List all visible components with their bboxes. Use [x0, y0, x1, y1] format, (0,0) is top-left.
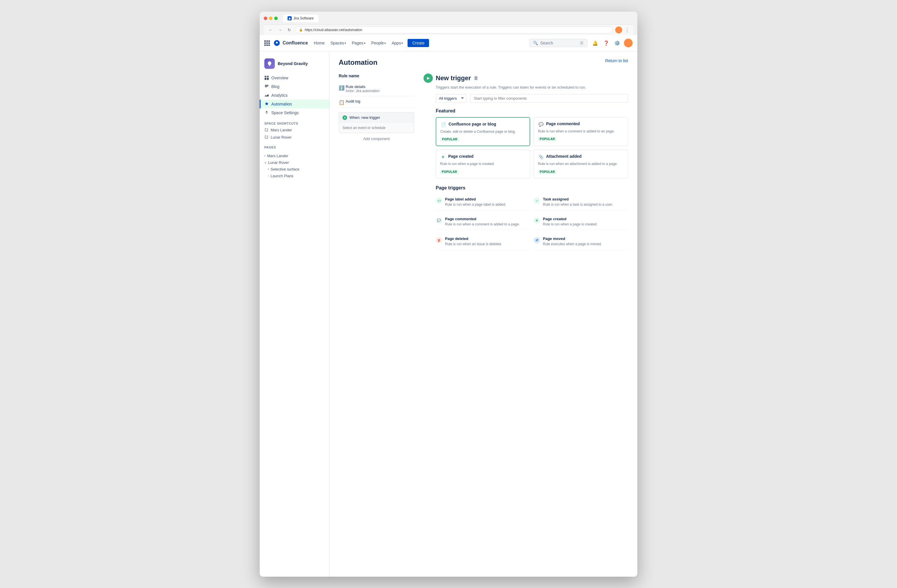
browser-tab[interactable]: Jira Software [283, 15, 318, 22]
pages-section-title: PAGES [260, 141, 329, 150]
info-icon: ℹ️ [339, 85, 343, 90]
browser-menu-button[interactable]: ⋮ [625, 27, 630, 33]
pages-section: • Mars Lander ∨ Lunar Rover • Selective … [260, 150, 329, 182]
nav-spaces[interactable]: Spaces▾ [328, 40, 348, 46]
shortcut-label: Mars Lander [271, 128, 292, 132]
help-button[interactable]: ❓ [602, 39, 611, 47]
page-item-lunar-rover[interactable]: ∨ Lunar Rover [260, 159, 329, 166]
close-button[interactable] [264, 17, 267, 20]
url-text: https://cloud.atlassian.net/automation [305, 28, 362, 32]
trigger-block-sub: Select an event or schedule [343, 126, 386, 130]
return-to-list-link[interactable]: Return to list [605, 58, 628, 63]
card-page-commented[interactable]: 💬 Page commented Rule is run when a comm… [534, 117, 628, 146]
trigger-page-commented[interactable]: 💬 Page commented Rule is run when a comm… [436, 214, 530, 230]
trigger-block-body: Select an event or schedule [339, 123, 414, 133]
confluence-logo-icon [273, 40, 280, 46]
forward-button[interactable]: → [277, 26, 283, 34]
card-title: Page commented [546, 121, 580, 126]
maximize-button[interactable] [274, 17, 278, 20]
trigger-item-desc: Rule is run when a page is created. [543, 222, 597, 227]
nav-apps[interactable]: Apps▾ [389, 40, 405, 46]
sidebar-item-blog[interactable]: Blog [260, 82, 329, 91]
page-bullet: • [264, 154, 265, 158]
page-item-selective-surface[interactable]: • Selective surface [260, 166, 329, 173]
trigger-task-assigned[interactable]: ✓ Task assigned Rule is run when a task … [534, 194, 628, 210]
rule-panel: Rule name ℹ️ Rule details Actor: Jira au… [339, 74, 414, 250]
card-desc: Rule is run when an attachment is added … [538, 162, 624, 167]
top-nav: Confluence Home Spaces▾ Pages▾ People▾ A… [260, 35, 637, 51]
overview-icon [264, 75, 269, 80]
app-logo[interactable]: Confluence [273, 40, 308, 46]
page-triggers-list: 🏷 Page label added Rule is run when a pa… [436, 194, 628, 250]
plus-icon: + [440, 154, 446, 160]
delete-trigger-button[interactable]: 🗑 [474, 75, 478, 81]
trigger-block-header[interactable]: When: new trigger [339, 112, 414, 123]
trigger-block[interactable]: When: new trigger Select an event or sch… [339, 112, 414, 133]
space-header: Beyond Gravity [260, 56, 329, 74]
featured-cards-grid: 📄 Confluence page or blog Create, edit o… [436, 117, 628, 179]
tab-bar: Jira Software [283, 15, 318, 22]
sidebar: Beyond Gravity Overview Blog Analytics [260, 51, 329, 577]
label-icon: 🏷 [436, 198, 442, 204]
delete-icon: 🗑 [436, 237, 442, 243]
search-bar[interactable]: 🔍 Search / [529, 39, 587, 47]
settings-button[interactable]: ⚙️ [613, 39, 621, 47]
trigger-page-moved[interactable]: ⇄ Page moved Rule executes when a page i… [534, 234, 628, 250]
card-confluence-page-blog[interactable]: 📄 Confluence page or blog Create, edit o… [436, 117, 530, 146]
trigger-page-label-added[interactable]: 🏷 Page label added Rule is run when a pa… [436, 194, 530, 210]
trigger-page-created[interactable]: + Page created Rule is run when a page i… [534, 214, 628, 230]
nav-pages[interactable]: Pages▾ [349, 40, 368, 46]
back-button[interactable]: ← [267, 26, 274, 34]
apps-grid-icon[interactable] [264, 40, 270, 46]
card-attachment-added[interactable]: 📎 Attachment added Rule is run when an a… [534, 150, 628, 178]
trigger-play-large-icon[interactable] [424, 74, 433, 83]
trigger-play-icon [343, 115, 347, 120]
shortcuts-section-title: SPACE SHORTCUTS [260, 117, 329, 126]
audit-log-item[interactable]: 📋 Audit log [339, 96, 414, 107]
svg-rect-0 [265, 76, 266, 77]
trigger-item-desc: Rule is run when a page label is added. [445, 202, 506, 207]
page-item-mars-lander[interactable]: • Mars Lander [260, 153, 329, 159]
rule-details-item[interactable]: ℹ️ Rule details Actor: Jira automation [339, 82, 414, 96]
shortcut-lunar-rover[interactable]: Lunar Rover [260, 134, 329, 141]
main-content: Automation Return to list Rule name ℹ️ R… [329, 51, 637, 577]
page-label: Selective surface [271, 167, 300, 172]
sidebar-item-label: Automation [271, 102, 292, 106]
shortcut-mars-lander[interactable]: Mars Lander [260, 126, 329, 134]
page-item-launch-plans[interactable]: › Launch Plans [260, 173, 329, 179]
app-logo-text: Confluence [283, 40, 308, 46]
search-placeholder: Search [540, 41, 553, 45]
add-component-button[interactable]: Add component [339, 133, 414, 144]
comment-icon: 💬 [538, 121, 544, 127]
minimize-button[interactable] [269, 17, 272, 20]
rule-details-actor: Actor: Jira automation [346, 89, 380, 93]
page-label: Lunar Rover [268, 160, 289, 165]
search-shortcut: / [580, 41, 583, 45]
rule-name-label: Rule name [339, 74, 414, 78]
trigger-item-title: Page created [543, 217, 597, 221]
url-bar[interactable]: 🔒 https://cloud.atlassian.net/automation [295, 26, 613, 34]
sidebar-item-space-settings[interactable]: Space Settings [260, 108, 329, 117]
nav-people[interactable]: People▾ [369, 40, 388, 46]
sidebar-item-automation[interactable]: Automation [260, 100, 329, 108]
trigger-page-deleted[interactable]: 🗑 Page deleted Rule is run when an issue… [436, 234, 530, 250]
sidebar-item-overview[interactable]: Overview [260, 74, 329, 82]
card-title: Confluence page or blog [448, 122, 496, 126]
automation-icon [264, 102, 269, 106]
trigger-description: Triggers start the execution of a rule. … [436, 85, 628, 89]
space-icon [264, 58, 275, 69]
filter-components-input[interactable] [470, 94, 628, 103]
trigger-item-desc: Rule is run when a task is assigned to a… [543, 202, 613, 207]
rule-details-label: Rule details [346, 84, 380, 89]
user-avatar[interactable] [624, 39, 633, 47]
nav-home[interactable]: Home [311, 40, 327, 46]
new-trigger-title: New trigger [436, 74, 471, 82]
all-triggers-select[interactable]: All triggers [436, 94, 467, 103]
sidebar-item-analytics[interactable]: Analytics [260, 91, 329, 100]
notifications-button[interactable]: 🔔 [591, 39, 600, 47]
create-button[interactable]: Create [407, 39, 429, 47]
rule-builder: Rule name ℹ️ Rule details Actor: Jira au… [339, 74, 628, 250]
card-page-created[interactable]: + Page created Rule is run when a page i… [436, 150, 530, 178]
tab-title: Jira Software [293, 16, 314, 20]
refresh-button[interactable]: ↻ [286, 26, 293, 34]
